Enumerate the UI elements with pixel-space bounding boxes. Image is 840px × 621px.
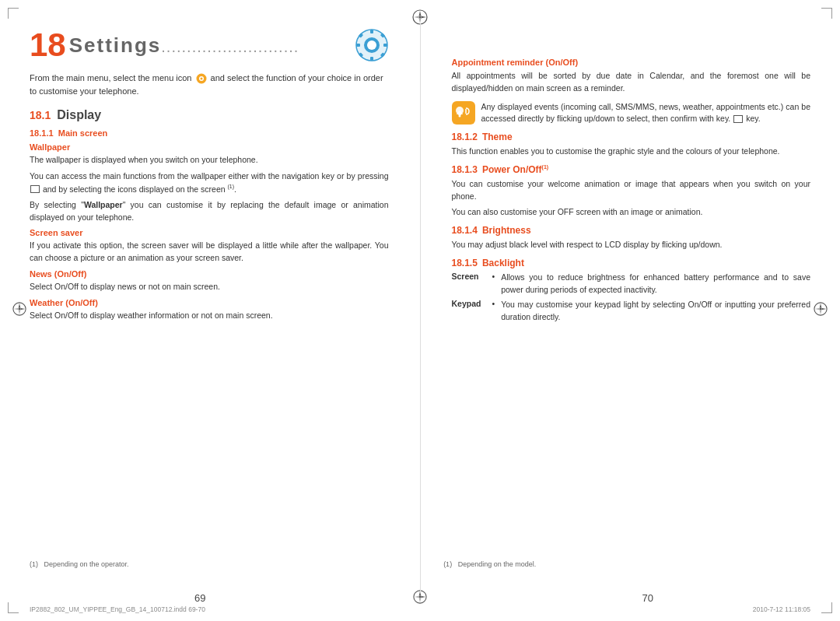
content-area: 18 Settings........................... bbox=[30, 23, 810, 591]
svg-marker-7 bbox=[19, 303, 21, 308]
backlight-screen-label: Screen bbox=[452, 272, 488, 281]
compass-right-icon bbox=[814, 302, 828, 319]
section-18-1-5: 18.1.5 Backlight bbox=[452, 258, 811, 268]
info-box: Any displayed events (incoming call, SMS… bbox=[452, 101, 811, 126]
svg-point-42 bbox=[458, 114, 460, 117]
wallpaper-heading: Wallpaper bbox=[30, 142, 389, 152]
svg-marker-13 bbox=[820, 303, 822, 308]
key-symbol-confirm bbox=[733, 115, 743, 123]
svg-marker-2 bbox=[419, 18, 422, 23]
right-footnote-area: (1) Depending on the model. bbox=[443, 560, 810, 570]
left-footnote: (1) Depending on the operator. bbox=[30, 560, 129, 570]
menu-icon-inline bbox=[196, 73, 207, 84]
chapter-title: Settings........................... bbox=[69, 33, 355, 58]
section-18-1-title: Display bbox=[57, 108, 101, 122]
power-text1: You can customise your welcome animation… bbox=[452, 178, 811, 203]
section-18-1-3: 18.1.3 Power On/Off(1) bbox=[452, 164, 811, 175]
backlight-keypad-dot: • bbox=[492, 299, 495, 308]
svg-marker-15 bbox=[815, 308, 820, 310]
svg-point-23 bbox=[419, 596, 422, 598]
page-number-right: 70 bbox=[642, 592, 653, 604]
notification-icon bbox=[452, 101, 475, 125]
news-heading: News (On/Off) bbox=[30, 269, 389, 279]
chapter-dots: ........................... bbox=[161, 38, 299, 55]
backlight-keypad-label: Keypad bbox=[452, 299, 488, 308]
backlight-keypad-row: Keypad • You may customise your keypad l… bbox=[452, 299, 811, 324]
svg-point-38 bbox=[200, 78, 202, 80]
svg-marker-9 bbox=[14, 308, 19, 310]
svg-marker-3 bbox=[414, 16, 419, 19]
section-18-1-1: 18.1.1 Main screen bbox=[30, 128, 389, 138]
section-18-1-4-title: Brightness bbox=[482, 225, 531, 236]
compass-left-icon bbox=[12, 302, 26, 319]
weather-text1: Select On/Off to display weather informa… bbox=[30, 310, 389, 322]
appointment-heading: Appointment reminder (On/Off) bbox=[452, 58, 811, 67]
svg-marker-19 bbox=[419, 591, 422, 596]
page: 18 Settings........................... bbox=[0, 0, 840, 621]
corner-mark-bl bbox=[8, 602, 19, 613]
section-18-1-5-title: Backlight bbox=[482, 258, 524, 268]
svg-marker-10 bbox=[20, 308, 25, 310]
svg-rect-26 bbox=[370, 30, 373, 33]
key-symbol-inline bbox=[30, 185, 40, 193]
news-text1: Select On/Off to display news or not on … bbox=[30, 281, 389, 293]
svg-marker-4 bbox=[421, 16, 426, 19]
svg-marker-14 bbox=[820, 310, 822, 314]
theme-text1: This function enables you to customise t… bbox=[452, 146, 811, 158]
section-18-1-2-number: 18.1.2 bbox=[452, 132, 478, 142]
svg-rect-28 bbox=[356, 44, 360, 47]
right-column: Appointment reminder (On/Off) All appoin… bbox=[452, 23, 811, 591]
svg-rect-27 bbox=[370, 57, 373, 61]
section-18-1-3-title: Power On/Off(1) bbox=[482, 164, 548, 175]
screen-saver-text1: If you activate this option, the screen … bbox=[30, 240, 389, 265]
section-18-1: 18.1 Display bbox=[30, 108, 389, 122]
backlight-table: Screen • Allows you to reduce brightness… bbox=[452, 272, 811, 324]
screen-saver-heading: Screen saver bbox=[30, 228, 389, 237]
page-number-left: 69 bbox=[194, 592, 205, 604]
weather-heading: Weather (On/Off) bbox=[30, 298, 389, 307]
svg-marker-8 bbox=[19, 310, 21, 314]
wallpaper-text2: You can access the main functions from t… bbox=[30, 170, 389, 195]
compass-bottom-icon bbox=[413, 590, 427, 607]
svg-marker-1 bbox=[419, 11, 422, 16]
backlight-screen-row: Screen • Allows you to reduce brightness… bbox=[452, 272, 811, 296]
svg-marker-21 bbox=[415, 596, 419, 598]
svg-marker-16 bbox=[821, 308, 826, 310]
section-18-1-number: 18.1 bbox=[30, 109, 51, 121]
svg-marker-20 bbox=[419, 598, 422, 602]
backlight-screen-desc: Allows you to reduce brightness for enha… bbox=[501, 272, 810, 296]
intro-text: From the main menu, select the menu icon… bbox=[30, 72, 389, 97]
info-box-text: Any displayed events (incoming call, SMS… bbox=[481, 101, 811, 126]
svg-point-5 bbox=[419, 16, 422, 19]
appointment-text1: All appointments will be sorted by due d… bbox=[452, 70, 811, 95]
svg-rect-39 bbox=[452, 101, 475, 125]
svg-point-35 bbox=[367, 40, 376, 50]
svg-rect-29 bbox=[383, 44, 387, 47]
right-footnote: (1) Depending on the model. bbox=[443, 560, 810, 570]
wallpaper-text3: By selecting "Wallpaper" you can customi… bbox=[30, 199, 389, 224]
svg-marker-22 bbox=[421, 596, 425, 598]
settings-gear-icon bbox=[355, 28, 389, 62]
column-divider bbox=[420, 23, 421, 591]
chapter-heading: 18 Settings........................... bbox=[30, 28, 389, 62]
svg-point-17 bbox=[820, 308, 822, 310]
corner-mark-tl bbox=[8, 8, 19, 19]
section-18-1-2-title: Theme bbox=[482, 132, 513, 142]
wallpaper-text1: The wallpaper is displayed when you swit… bbox=[30, 154, 389, 167]
footer-date: 2010-7-12 11:18:05 bbox=[753, 605, 810, 613]
chapter-number: 18 bbox=[30, 29, 66, 61]
left-footnote-area: (1) Depending on the operator. bbox=[30, 560, 129, 570]
footer-filename: IP2882_802_UM_YIPPEE_Eng_GB_14_100712.in… bbox=[30, 605, 205, 613]
backlight-keypad-desc: You may customise your keypad light by s… bbox=[501, 299, 810, 324]
section-18-1-4-number: 18.1.4 bbox=[452, 225, 478, 236]
backlight-screen-dot: • bbox=[492, 272, 495, 281]
svg-point-11 bbox=[19, 308, 21, 310]
corner-mark-tr bbox=[821, 8, 832, 19]
brightness-text1: You may adjust black level with respect … bbox=[452, 239, 811, 251]
power-text2: You can also customise your OFF screen w… bbox=[452, 206, 811, 219]
section-18-1-3-number: 18.1.3 bbox=[452, 164, 478, 175]
section-18-1-5-number: 18.1.5 bbox=[452, 258, 478, 268]
corner-mark-br bbox=[821, 602, 832, 613]
section-18-1-4: 18.1.4 Brightness bbox=[452, 225, 811, 236]
section-18-1-2: 18.1.2 Theme bbox=[452, 132, 811, 142]
